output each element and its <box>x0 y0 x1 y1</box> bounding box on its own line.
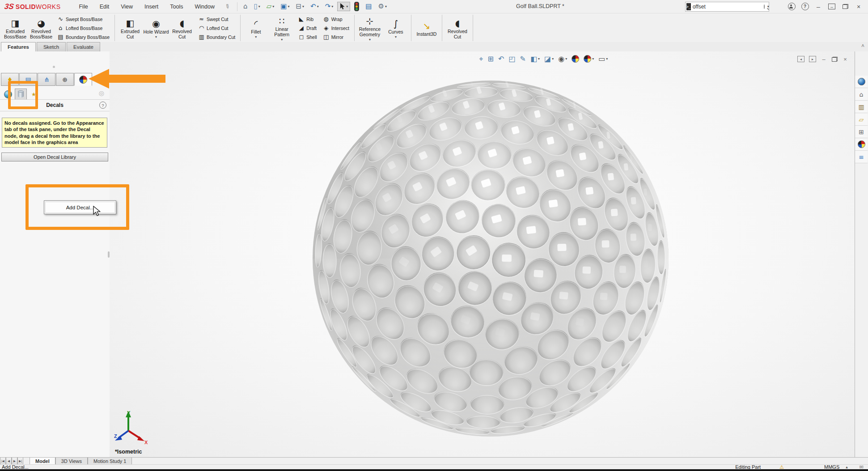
solidworks-resources-tab[interactable] <box>855 76 868 88</box>
triad-x-label: X <box>144 440 148 445</box>
doc-restore-button[interactable] <box>829 55 840 63</box>
extruded-boss-base-button[interactable]: ◨Extruded Boss/Base <box>2 17 28 39</box>
menu-view[interactable]: View <box>115 4 139 10</box>
file-explorer-tab[interactable]: ▱ <box>855 113 868 126</box>
previous-window-button[interactable]: ◂ <box>797 56 804 62</box>
options-list-button[interactable]: ▤ <box>363 2 374 11</box>
ribbon-stack: ◣Rib◢Draft◻Shell <box>295 13 319 42</box>
view-settings-button[interactable]: ▭▾ <box>596 55 610 64</box>
fillet-button[interactable]: ◜Fillet▾ <box>243 17 269 39</box>
menu-file[interactable]: File <box>73 4 93 10</box>
ribbon-collapse-icon[interactable]: ˄ <box>861 43 864 49</box>
settings-button[interactable]: ⚙▾ <box>376 2 389 11</box>
tab-features[interactable]: Features <box>1 42 36 51</box>
redo-button[interactable]: ↷▾ <box>323 2 336 11</box>
section-view-button[interactable]: ◰ <box>506 55 517 64</box>
appearances-scenes-tab[interactable] <box>855 138 868 151</box>
previous-tab-button[interactable]: ◀ <box>6 458 12 465</box>
first-tab-button[interactable]: |◀ <box>0 458 6 465</box>
menu-edit[interactable]: Edit <box>94 4 115 10</box>
design-library-tab[interactable]: ▥ <box>855 101 868 113</box>
hole-wizard-button[interactable]: ◉Hole Wizard▾ <box>143 17 169 39</box>
revolved-cut-2-button[interactable]: ◖Revolved Cut <box>445 17 470 39</box>
golf-ball-model[interactable] <box>310 78 671 439</box>
search-box[interactable]: >_ ▾ <box>685 2 769 12</box>
dimxpertmanager-tab[interactable]: ⊕ <box>56 73 74 86</box>
menu-tools[interactable]: Tools <box>164 4 189 10</box>
home-tab[interactable]: ⌂ <box>855 88 868 101</box>
doc-minimize-button[interactable]: – <box>818 55 829 63</box>
lofted-cut-button[interactable]: ◠Lofted Cut <box>195 24 238 33</box>
hide-show-items-button[interactable]: ◉▾ <box>556 55 569 64</box>
menubar: 3S SOLID WORKS FileEditViewInsertToolsWi… <box>0 0 868 13</box>
home-button[interactable]: ⌂ <box>241 2 250 11</box>
swept-boss-base-button[interactable]: ∿Swept Boss/Base <box>54 15 112 24</box>
open-document-button[interactable]: ▱▾ <box>264 2 277 11</box>
configurationmanager-tab[interactable]: ⋔ <box>38 73 55 86</box>
undo-button[interactable]: ↶▾ <box>308 2 321 11</box>
lofted-boss-base-button[interactable]: ⌂Lofted Boss/Base <box>54 24 112 33</box>
print-button[interactable]: ⊟▾ <box>293 2 306 11</box>
shell-button[interactable]: ◻Shell <box>295 33 319 42</box>
pin-menubar-icon[interactable]: ✎ <box>224 2 232 11</box>
draft-button[interactable]: ◢Draft <box>295 24 319 33</box>
user-account-button[interactable] <box>785 1 798 13</box>
units-caret-icon[interactable]: ▴ <box>846 465 848 469</box>
ribbon-label: Boundary Cut <box>207 34 235 40</box>
boundary-cut-button[interactable]: ▥Boundary Cut <box>195 33 238 42</box>
display-style-button[interactable]: ◪▾ <box>542 55 556 64</box>
revolved-boss-base-button[interactable]: ◕Revolved Boss/Base <box>28 17 54 39</box>
open-decal-library-button[interactable]: Open Decal Library <box>1 153 108 161</box>
last-tab-button[interactable]: ▶| <box>17 458 23 465</box>
close-button[interactable]: × <box>852 1 865 13</box>
new-document-button[interactable]: ▯▾ <box>251 2 262 11</box>
rebuild-status-button[interactable] <box>352 0 361 13</box>
revolved-cut-button[interactable]: ◖Revolved Cut <box>169 17 195 39</box>
span-displays-button[interactable]: ↔ <box>825 1 838 13</box>
panel-handle[interactable] <box>53 66 55 68</box>
tab-evaluate[interactable]: Evaluate <box>67 42 100 51</box>
view-orientation-button[interactable]: ◧▾ <box>528 55 542 64</box>
edit-appearance-button[interactable] <box>569 54 581 64</box>
tab-3d-views[interactable]: 3D Views <box>55 458 88 465</box>
graphics-area[interactable]: ⌖⊞↶◰✎◧▾◪▾◉▾▾▭▾ ◂▸–× Y X Z *Isometric <box>110 51 855 457</box>
minimize-button[interactable]: – <box>812 1 825 13</box>
previous-view-button[interactable]: ↶ <box>496 55 506 64</box>
curves-button[interactable]: ∫Curves▾ <box>383 17 409 39</box>
sketch-visibility-button[interactable]: ✎ <box>518 55 528 64</box>
select-tool-button[interactable]: ▾ <box>337 2 350 11</box>
linear-pattern-button[interactable]: ∷Linear Pattern▾ <box>269 14 295 41</box>
intersect-button[interactable]: ◈Intersect <box>320 24 352 33</box>
zoom-to-area-button[interactable]: ⊞ <box>486 55 496 64</box>
boundary-boss-base-button[interactable]: ▤Boundary Boss/Base <box>54 33 112 42</box>
tab-model[interactable]: Model <box>30 458 55 465</box>
rib-button[interactable]: ◣Rib <box>295 15 319 24</box>
menu-window[interactable]: Window <box>189 4 220 10</box>
rebuild-warning-icon[interactable]: ⚠ <box>779 465 784 470</box>
help-icon[interactable]: ? <box>99 102 106 109</box>
restore-button[interactable] <box>838 1 852 13</box>
help-button[interactable]: ? <box>798 1 812 13</box>
zoom-to-fit-button[interactable]: ⌖ <box>477 55 486 64</box>
tags-icon[interactable]: ✉ <box>860 465 864 470</box>
next-tab-button[interactable]: ▶ <box>12 458 17 465</box>
swept-cut-button[interactable]: ≈Swept Cut <box>195 15 238 24</box>
extruded-cut-button[interactable]: ◧Extruded Cut <box>117 17 143 39</box>
next-window-button[interactable]: ▸ <box>809 56 816 62</box>
search-icon[interactable] <box>764 4 765 9</box>
reference-geometry-button[interactable]: ⊹Reference Geometry▾ <box>357 14 383 41</box>
instant3d-button[interactable]: ↘Instant3D <box>414 19 440 37</box>
tab-sketch[interactable]: Sketch <box>37 42 66 51</box>
mirror-button[interactable]: ◫Mirror <box>320 33 352 42</box>
view-palette-tab[interactable]: ⊞ <box>855 126 868 138</box>
apply-scene-button[interactable]: ▾ <box>581 54 596 64</box>
search-input[interactable] <box>691 4 764 10</box>
save-button[interactable]: ▣▾ <box>278 2 292 11</box>
custom-properties-tab[interactable]: ≡ <box>855 151 868 163</box>
doc-close-button[interactable]: × <box>840 55 851 63</box>
tab-motion-study-1[interactable]: Motion Study 1 <box>88 458 132 465</box>
wrap-button[interactable]: ◍Wrap <box>320 15 352 24</box>
add-decal-menu-item[interactable]: Add Decal... <box>45 202 115 213</box>
menu-insert[interactable]: Insert <box>139 4 164 10</box>
ribbon-label: Boundary Boss/Base <box>66 34 110 40</box>
